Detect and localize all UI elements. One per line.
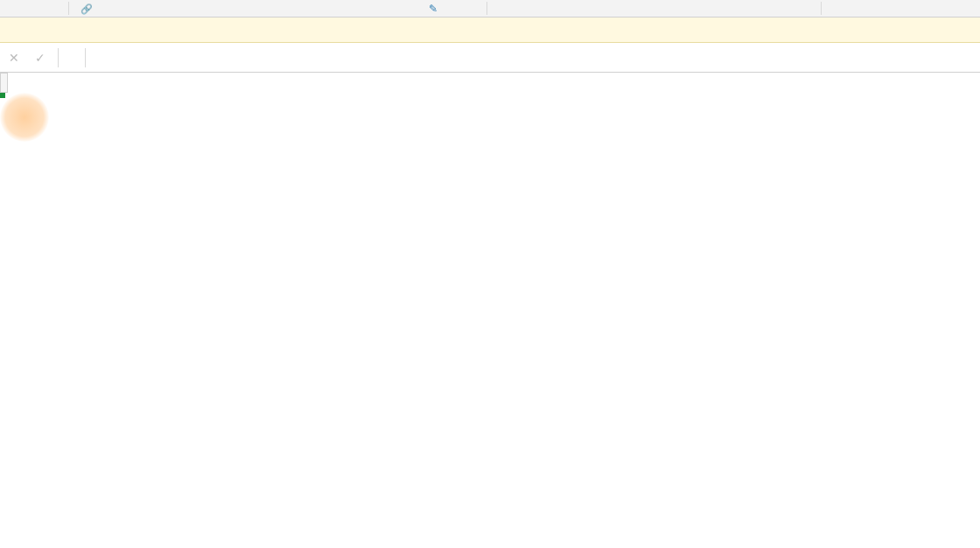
warning-bar [0,18,980,43]
column-header-row [1,74,981,93]
ribbon: 🔗 ✎ [0,0,980,18]
ribbon-advanced[interactable]: ✎ [420,3,450,15]
close-icon: ✕ [9,51,19,65]
formula-cancel-button[interactable]: ✕ [5,49,23,67]
formula-bar-sep [58,48,59,67]
ribbon-edit-links[interactable]: 🔗 [72,3,105,15]
grid[interactable] [0,73,980,93]
corner-cell[interactable] [1,74,8,93]
formula-input[interactable] [94,50,975,65]
formula-bar-sep [85,48,86,67]
formula-bar: ✕ ✓ [0,43,980,73]
formula-confirm-button[interactable]: ✓ [32,49,49,67]
ribbon-sep [486,2,487,15]
spreadsheet[interactable] [0,73,980,93]
fill-handle[interactable] [0,93,5,98]
cell-selection [0,93,4,96]
link-icon: 🔗 [80,4,93,14]
filter-advanced-icon: ✎ [429,3,438,15]
check-icon: ✓ [35,51,46,65]
ribbon-sep [68,2,69,15]
attention-highlight [0,93,49,142]
ribbon-sep [821,2,822,15]
